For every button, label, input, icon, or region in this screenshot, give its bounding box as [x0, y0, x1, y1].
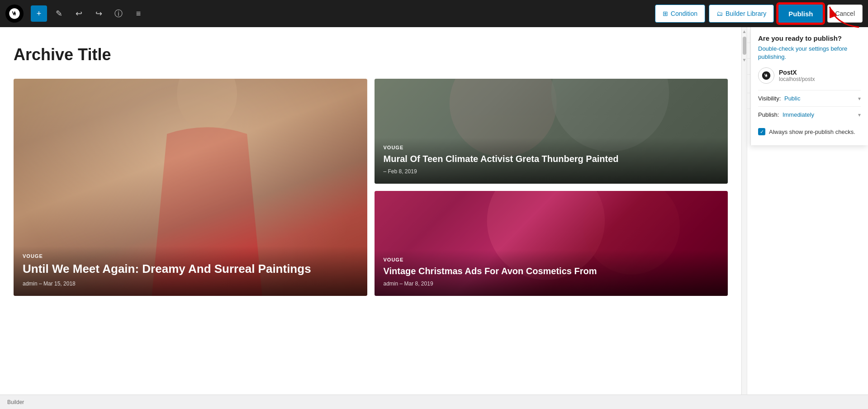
- post-card-3[interactable]: VOUGE Vintage Christmas Ads For Avon Cos…: [375, 191, 728, 296]
- post-title-2: Mural Of Teen Climate Activist Greta Thu…: [384, 153, 719, 165]
- publish-panel-subtitle: Double-check your settings before publis…: [758, 45, 861, 61]
- post-card[interactable]: VOUGE Until We Meet Again: Dreamy And Su…: [14, 79, 367, 296]
- publish-date-row[interactable]: Publish: Immediately ▾: [758, 106, 861, 123]
- post-overlay-2: VOUGE Mural Of Teen Climate Activist Gre…: [375, 138, 728, 184]
- archive-title: Archive Title: [14, 45, 728, 64]
- publish-panel: Are you ready to publish? Double-check y…: [750, 27, 868, 145]
- post-category-3: VOUGE: [384, 257, 719, 262]
- post-category-2: VOUGE: [384, 145, 719, 150]
- pre-publish-checkbox[interactable]: [758, 128, 765, 135]
- wordpress-logo: [5, 5, 24, 23]
- status-bar-label: Builder: [7, 399, 24, 405]
- info-button[interactable]: ⓘ: [110, 5, 127, 22]
- publish-date-value: Immediately: [783, 111, 814, 118]
- condition-button[interactable]: ⊞ Condition: [655, 5, 705, 23]
- canvas-area: Archive Title: [0, 27, 741, 409]
- publish-date-chevron[interactable]: ▾: [858, 112, 861, 118]
- library-icon: 🗂: [716, 10, 723, 17]
- scroll-down[interactable]: ▼: [742, 57, 747, 62]
- post-overlay-1: VOUGE Until We Meet Again: Dreamy And Su…: [14, 246, 367, 296]
- builder-library-button[interactable]: 🗂 Builder Library: [709, 5, 774, 23]
- publish-date-label: Publish: Immediately: [758, 111, 814, 118]
- post-title-1: Until We Meet Again: Dreamy And Surreal …: [23, 262, 358, 277]
- post-card-bg-3: VOUGE Vintage Christmas Ads For Avon Cos…: [375, 191, 728, 296]
- visibility-value: Public: [784, 95, 800, 102]
- edit-icon-button[interactable]: ✎: [51, 5, 67, 22]
- pre-publish-label: Always show pre-publish checks.: [769, 128, 855, 135]
- pre-publish-checks-row[interactable]: Always show pre-publish checks.: [758, 123, 861, 138]
- visibility-chevron[interactable]: ▾: [858, 95, 861, 102]
- post-overlay-3: VOUGE Vintage Christmas Ads For Avon Cos…: [375, 250, 728, 296]
- scroll-thumb: [743, 37, 746, 55]
- add-button[interactable]: +: [31, 5, 47, 22]
- publish-button[interactable]: Publish: [778, 4, 824, 24]
- menu-button[interactable]: ≡: [130, 5, 147, 22]
- blog-grid: VOUGE Until We Meet Again: Dreamy And Su…: [14, 79, 728, 296]
- post-card-2[interactable]: VOUGE Mural Of Teen Climate Activist Gre…: [375, 79, 728, 184]
- red-arrow-indicator: [823, 2, 863, 29]
- visibility-label: Visibility: Public: [758, 95, 800, 102]
- status-bar: Builder: [0, 395, 868, 409]
- site-info: PostX localhost/postx: [779, 69, 815, 82]
- publish-site-row: PostX localhost/postx: [758, 67, 861, 84]
- post-meta-1: admin – Mar 15, 2018: [23, 281, 358, 287]
- scroll-up[interactable]: ▲: [742, 29, 747, 34]
- post-card-bg-1: VOUGE Until We Meet Again: Dreamy And Su…: [14, 79, 367, 296]
- redo-button[interactable]: ↪: [90, 5, 107, 22]
- post-meta-2: – Feb 8, 2019: [384, 168, 719, 175]
- undo-button[interactable]: ↩: [71, 5, 87, 22]
- site-icon: [758, 67, 774, 84]
- toolbar: + ✎ ↩ ↪ ⓘ ≡ ⊞ Condition 🗂 Builder Librar…: [0, 0, 868, 27]
- visibility-row[interactable]: Visibility: Public ▾: [758, 90, 861, 106]
- post-meta-3: admin – Mar 8, 2019: [384, 281, 719, 287]
- sidebar-scrollbar: ▲ ▼: [742, 27, 747, 409]
- post-category-1: VOUGE: [23, 253, 358, 259]
- condition-icon: ⊞: [663, 10, 668, 17]
- main-layout: Archive Title: [0, 27, 868, 409]
- post-card-bg-2: VOUGE Mural Of Teen Climate Activist Gre…: [375, 79, 728, 184]
- post-title-3: Vintage Christmas Ads For Avon Cosmetics…: [384, 265, 719, 277]
- publish-panel-title: Are you ready to publish?: [758, 34, 861, 42]
